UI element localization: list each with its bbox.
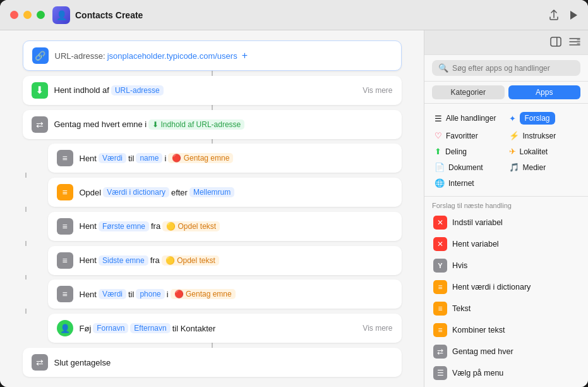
app-icon: 👤 bbox=[52, 6, 70, 24]
suggestion-set-variable[interactable]: ✕ Indstil variabel bbox=[429, 212, 583, 233]
right-panel: 🔍 Kategorier Apps ☰ Alle handlinger ✦ Fo… bbox=[424, 30, 588, 387]
set-variable-label: Indstil variabel bbox=[452, 218, 503, 227]
connector-9 bbox=[212, 343, 213, 348]
get-last-tag1[interactable]: Sidste emne bbox=[99, 255, 148, 266]
category-favorites[interactable]: ♡ Favoritter bbox=[432, 128, 507, 144]
suggestion-repeat-each[interactable]: ⇄ Gentag med hver bbox=[429, 341, 583, 362]
category-document[interactable]: 📄 Dokument bbox=[432, 159, 507, 175]
url-step[interactable]: 🔗 URL-adresse: jsonplaceholder.typicode.… bbox=[23, 40, 402, 71]
close-button[interactable] bbox=[10, 11, 18, 19]
panel-icon-1[interactable] bbox=[550, 37, 561, 49]
choose-menu-label: Vælg på menu bbox=[452, 369, 503, 378]
repeat-each-label: Gentag med hver bbox=[452, 347, 513, 356]
minimize-button[interactable] bbox=[23, 11, 32, 19]
get-last-step[interactable]: ≡ Hent Sidste emne fra 🟡 Opdel tekst bbox=[48, 246, 402, 275]
search-icon: 🔍 bbox=[438, 63, 448, 73]
maximize-button[interactable] bbox=[37, 11, 45, 19]
category-favorites-label: Favoritter bbox=[446, 132, 478, 140]
get-name-tag1[interactable]: Værdi bbox=[99, 153, 126, 163]
panel-icon-2[interactable] bbox=[569, 37, 580, 49]
url-icon: 🔗 bbox=[32, 47, 49, 64]
window-title: Contacts Create bbox=[75, 10, 549, 20]
fetch-vis-mere[interactable]: Vis mere bbox=[363, 86, 392, 95]
get-dict-label: Hent værdi i dictionary bbox=[452, 283, 531, 292]
tab-kategorier[interactable]: Kategorier bbox=[432, 85, 505, 99]
favorites-icon: ♡ bbox=[435, 131, 442, 140]
get-phone-icon: ≡ bbox=[57, 286, 73, 302]
suggestions-icon: ✦ bbox=[509, 114, 516, 123]
suggestion-choose-menu[interactable]: ☰ Vælg på menu bbox=[429, 362, 583, 384]
search-input[interactable] bbox=[452, 64, 574, 73]
fetch-step[interactable]: ⬇ Hent indhold af URL-adresse Vis mere bbox=[23, 76, 402, 105]
svg-rect-1 bbox=[556, 37, 558, 46]
get-first-icon: ≡ bbox=[57, 218, 73, 235]
get-last-icon: ≡ bbox=[57, 252, 73, 269]
get-name-tag3[interactable]: 🔴 Gentag emne bbox=[168, 153, 233, 163]
get-phone-step[interactable]: ≡ Hent Værdi til phone i 🔴 Gentag emne bbox=[48, 280, 402, 309]
add-contact-step[interactable]: 👤 Føj Fornavn Efternavn til Kontakter Vi… bbox=[48, 314, 402, 343]
run-button[interactable] bbox=[569, 10, 578, 20]
split-tag1[interactable]: Værdi i dictionary bbox=[103, 187, 169, 197]
category-location[interactable]: ✈ Lokalitet bbox=[507, 144, 581, 159]
get-phone-tag3[interactable]: 🔴 Gentag emne bbox=[171, 289, 236, 299]
category-internet[interactable]: 🌐 Internet bbox=[432, 175, 507, 191]
get-first-tag1[interactable]: Første emne bbox=[99, 221, 149, 231]
if-label: Hvis bbox=[452, 261, 467, 270]
end-repeat-text: Slut gentagelse bbox=[54, 358, 393, 367]
url-text: URL-adresse: jsonplaceholder.typicode.co… bbox=[55, 50, 392, 61]
tab-apps[interactable]: Apps bbox=[508, 85, 581, 99]
split-tag2[interactable]: Mellemrum bbox=[189, 187, 234, 197]
titlebar-actions bbox=[549, 9, 578, 21]
get-first-tag2[interactable]: 🟡 Opdel tekst bbox=[162, 221, 220, 231]
end-repeat-icon: ⇄ bbox=[32, 354, 48, 371]
add-contact-tag1[interactable]: Fornavn bbox=[93, 323, 128, 333]
suggestions-section: Forslag til næste handling ✕ Indstil var… bbox=[424, 197, 588, 387]
suggestion-get-variable[interactable]: ✕ Hent variabel bbox=[429, 233, 583, 255]
get-first-step[interactable]: ≡ Hent Første emne fra 🟡 Opdel tekst bbox=[48, 212, 402, 241]
category-instructions[interactable]: ⚡ Instrukser bbox=[507, 128, 581, 144]
connector-1 bbox=[212, 71, 213, 76]
get-phone-tag1[interactable]: Værdi bbox=[99, 289, 126, 299]
end-repeat-step[interactable]: ⇄ Slut gentagelse bbox=[23, 348, 402, 377]
add-contact-tag2[interactable]: Efternavn bbox=[130, 323, 170, 333]
suggestion-text[interactable]: ≡ Tekst bbox=[429, 298, 583, 319]
category-media[interactable]: 🎵 Medier bbox=[507, 159, 581, 175]
url-add-icon[interactable]: + bbox=[242, 50, 248, 61]
category-suggestions[interactable]: ✦ Forslag bbox=[507, 109, 581, 128]
get-name-tag2[interactable]: name bbox=[136, 153, 162, 163]
get-last-tag2[interactable]: 🟡 Opdel tekst bbox=[162, 255, 219, 266]
add-contact-icon: 👤 bbox=[57, 320, 73, 336]
svg-rect-0 bbox=[551, 37, 561, 46]
url-value[interactable]: jsonplaceholder.typicode.com/users bbox=[107, 51, 237, 61]
connector-7 bbox=[25, 275, 27, 280]
add-contact-vis-mere[interactable]: Vis mere bbox=[363, 324, 392, 333]
get-dict-icon: ≡ bbox=[433, 280, 447, 294]
category-sharing[interactable]: ⬆ Deling bbox=[432, 144, 507, 159]
category-media-label: Medier bbox=[523, 163, 546, 172]
fetch-tag[interactable]: URL-adresse bbox=[111, 85, 164, 95]
repeat-tag[interactable]: ⬇ Indhold af URL-adresse bbox=[148, 120, 244, 130]
suggestions-title: Forslag til næste handling bbox=[429, 197, 583, 212]
suggestion-if[interactable]: Y Hvis bbox=[429, 255, 583, 276]
category-all[interactable]: ☰ Alle handlinger bbox=[432, 109, 507, 128]
category-sharing-label: Deling bbox=[445, 147, 467, 156]
url-label: URL-adresse: bbox=[55, 51, 105, 61]
suggestion-combine[interactable]: ≡ Kombiner tekst bbox=[429, 319, 583, 341]
category-instructions-label: Instrukser bbox=[523, 132, 556, 140]
repeat-step[interactable]: ⇄ Gentag med hvert emne i ⬇ Indhold af U… bbox=[23, 110, 402, 139]
repeat-each-icon: ⇄ bbox=[433, 345, 447, 359]
get-phone-tag2[interactable]: phone bbox=[136, 289, 164, 299]
search-input-wrap: 🔍 bbox=[432, 60, 580, 76]
suggestion-get-dict[interactable]: ≡ Hent værdi i dictionary bbox=[429, 276, 583, 298]
combine-icon: ≡ bbox=[433, 323, 447, 337]
internet-icon: 🌐 bbox=[435, 178, 445, 188]
get-name-step[interactable]: ≡ Hent Værdi til name i 🔴 Gentag emne bbox=[48, 144, 402, 173]
traffic-lights bbox=[10, 11, 45, 19]
panel-header bbox=[424, 30, 588, 55]
suggestion-get-item[interactable]: ≡ Hent emne fra liste bbox=[429, 384, 583, 387]
add-contact-text: Føj Fornavn Efternavn til Kontakter bbox=[80, 323, 357, 333]
split-step[interactable]: ≡ Opdel Værdi i dictionary efter Mellemr… bbox=[48, 178, 402, 207]
search-bar: 🔍 bbox=[424, 55, 588, 82]
share-button[interactable] bbox=[549, 9, 559, 21]
if-icon: Y bbox=[433, 259, 447, 273]
